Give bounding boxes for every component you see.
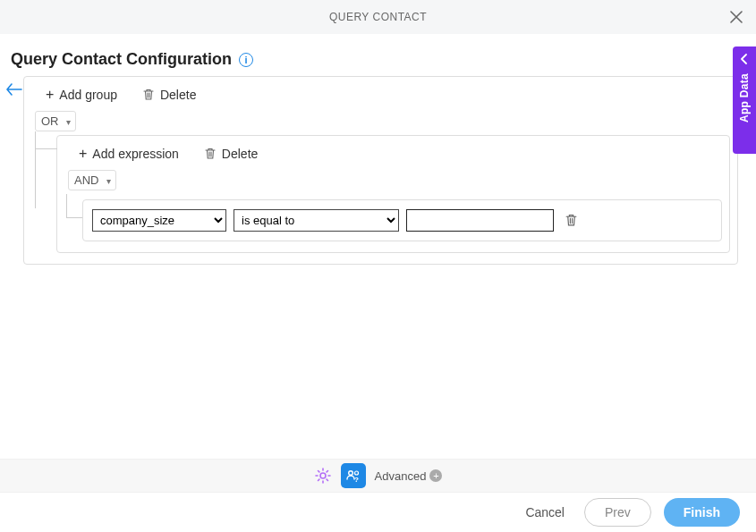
page-title-row: Query Contact Configuration i bbox=[11, 50, 738, 69]
logic-operator-outer-select[interactable]: OR bbox=[35, 111, 76, 131]
app-data-panel-toggle[interactable]: App Data bbox=[733, 46, 756, 154]
query-contact-step-icon[interactable]: ? bbox=[341, 463, 366, 488]
plus-icon: + bbox=[46, 88, 54, 102]
advanced-toggle[interactable]: Advanced + bbox=[375, 469, 443, 483]
modal-header: QUERY CONTACT bbox=[0, 0, 756, 34]
svg-point-2 bbox=[354, 471, 358, 475]
delete-expression-icon[interactable] bbox=[565, 214, 578, 227]
operator-select[interactable]: is equal to bbox=[234, 209, 399, 232]
close-icon[interactable] bbox=[726, 6, 747, 28]
modal-title: QUERY CONTACT bbox=[329, 11, 427, 23]
plus-icon: + bbox=[79, 147, 87, 161]
add-group-label: Add group bbox=[59, 88, 117, 102]
page-title: Query Contact Configuration bbox=[11, 50, 232, 69]
back-arrow-icon[interactable] bbox=[5, 81, 23, 97]
trash-icon bbox=[204, 148, 217, 160]
value-input[interactable] bbox=[406, 209, 554, 232]
svg-point-1 bbox=[348, 471, 353, 476]
chevron-left-icon bbox=[740, 54, 749, 64]
finish-button[interactable]: Finish bbox=[664, 498, 740, 527]
step-toolbar: ? Advanced + bbox=[0, 459, 756, 493]
svg-point-0 bbox=[320, 473, 326, 478]
app-data-label: App Data bbox=[738, 73, 751, 122]
svg-text:?: ? bbox=[354, 476, 359, 484]
expression-row: company_size is equal to bbox=[82, 199, 722, 241]
trash-icon bbox=[142, 89, 155, 101]
condition-group-outer: + Add group Delete OR bbox=[23, 76, 738, 265]
plus-circle-icon: + bbox=[429, 469, 442, 482]
delete-group-button[interactable]: Delete bbox=[142, 88, 196, 102]
add-expression-label: Add expression bbox=[92, 147, 179, 161]
field-select[interactable]: company_size bbox=[92, 209, 226, 232]
wizard-footer: Cancel Prev Finish bbox=[0, 493, 756, 532]
cancel-button[interactable]: Cancel bbox=[518, 500, 572, 525]
delete-inner-group-button[interactable]: Delete bbox=[204, 147, 258, 161]
prev-button[interactable]: Prev bbox=[584, 498, 651, 527]
add-expression-button[interactable]: + Add expression bbox=[79, 147, 179, 161]
info-icon[interactable]: i bbox=[239, 53, 253, 67]
delete-inner-group-label: Delete bbox=[222, 147, 258, 161]
delete-group-label: Delete bbox=[160, 88, 196, 102]
gear-icon[interactable] bbox=[314, 467, 332, 485]
logic-operator-inner-select[interactable]: AND bbox=[68, 170, 116, 190]
advanced-label: Advanced bbox=[375, 469, 427, 483]
condition-group-inner: + Add expression Delete AND bbox=[56, 135, 730, 253]
add-group-button[interactable]: + Add group bbox=[46, 88, 117, 102]
